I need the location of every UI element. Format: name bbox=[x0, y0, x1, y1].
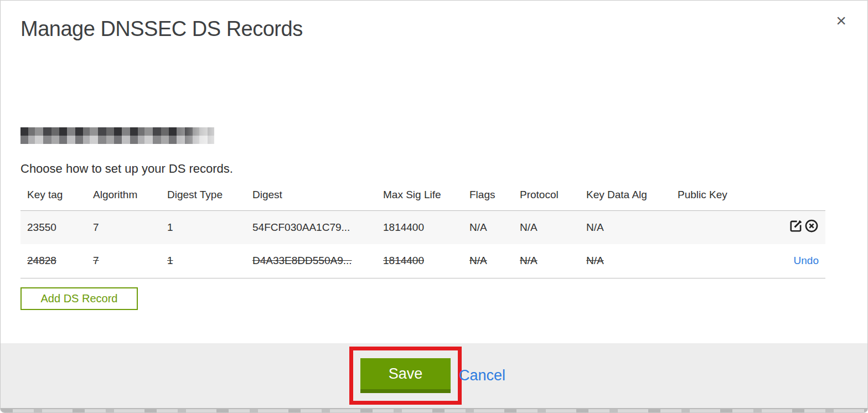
modal-footer: Save Cancel bbox=[1, 343, 867, 408]
modal-header: Manage DNSSEC DS Records × bbox=[1, 1, 867, 41]
cell-public-key bbox=[671, 244, 743, 278]
dnssec-modal: Manage DNSSEC DS Records × Choose how to… bbox=[0, 0, 868, 413]
page-behind-strip bbox=[1, 408, 867, 412]
instruction-text: Choose how to set up your DS records. bbox=[20, 162, 848, 176]
page-title: Manage DNSSEC DS Records bbox=[20, 17, 848, 41]
table-row: 23550 7 1 54FCF030AA1C79... 1814400 N/A … bbox=[20, 210, 825, 244]
col-header-digest: Digest bbox=[246, 183, 376, 210]
col-header-max-sig-life: Max Sig Life bbox=[376, 183, 463, 210]
delete-icon[interactable] bbox=[804, 219, 819, 233]
col-header-public-key: Public Key bbox=[671, 183, 743, 210]
row-actions: Undo bbox=[743, 244, 825, 278]
save-button[interactable]: Save bbox=[360, 358, 451, 393]
table-row-deleted: 24828 7 1 D4A33E8DD550A9... 1814400 N/A … bbox=[20, 244, 825, 278]
cell-key-tag: 23550 bbox=[20, 210, 86, 244]
cell-flags: N/A bbox=[463, 210, 513, 244]
cell-key-tag: 24828 bbox=[20, 244, 86, 278]
cell-algorithm: 7 bbox=[86, 210, 161, 244]
undo-link[interactable]: Undo bbox=[794, 255, 819, 266]
cell-public-key bbox=[671, 210, 743, 244]
redacted-domain-name bbox=[20, 127, 214, 144]
cell-flags: N/A bbox=[463, 244, 513, 278]
cell-key-data-alg: N/A bbox=[580, 210, 671, 244]
annotation-highlight-box: Save bbox=[349, 347, 462, 405]
modal-body: Choose how to set up your DS records. Ke… bbox=[1, 41, 867, 343]
cell-digest: 54FCF030AA1C79... bbox=[246, 210, 376, 244]
cell-protocol: N/A bbox=[513, 244, 580, 278]
add-ds-record-button[interactable]: Add DS Record bbox=[20, 287, 138, 310]
cell-protocol: N/A bbox=[513, 210, 580, 244]
col-header-actions bbox=[743, 183, 825, 210]
col-header-key-data-alg: Key Data Alg bbox=[580, 183, 671, 210]
row-actions bbox=[743, 210, 825, 244]
col-header-digest-type: Digest Type bbox=[161, 183, 246, 210]
cell-max-sig-life: 1814400 bbox=[376, 244, 463, 278]
edit-icon[interactable] bbox=[789, 219, 803, 233]
cell-digest: D4A33E8DD550A9... bbox=[246, 244, 376, 278]
cell-key-data-alg: N/A bbox=[580, 244, 671, 278]
cell-max-sig-life: 1814400 bbox=[376, 210, 463, 244]
col-header-key-tag: Key tag bbox=[20, 183, 86, 210]
table-header-row: Key tag Algorithm Digest Type Digest Max… bbox=[20, 183, 825, 210]
close-icon[interactable]: × bbox=[836, 12, 846, 29]
cancel-link[interactable]: Cancel bbox=[459, 367, 505, 384]
cell-digest-type: 1 bbox=[161, 210, 246, 244]
ds-records-table: Key tag Algorithm Digest Type Digest Max… bbox=[20, 183, 825, 278]
col-header-algorithm: Algorithm bbox=[86, 183, 161, 210]
cell-digest-type: 1 bbox=[161, 244, 246, 278]
col-header-flags: Flags bbox=[463, 183, 513, 210]
cell-algorithm: 7 bbox=[86, 244, 161, 278]
col-header-protocol: Protocol bbox=[513, 183, 580, 210]
